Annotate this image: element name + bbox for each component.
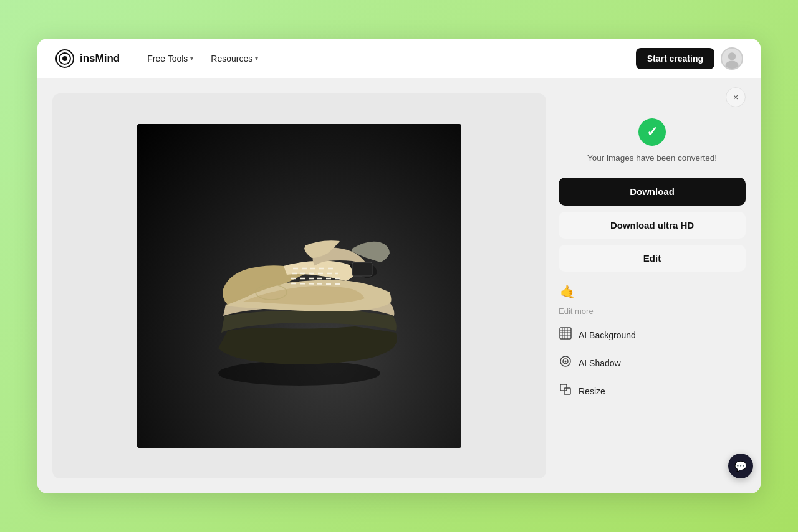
shoe-svg (168, 168, 430, 404)
svg-point-2 (62, 56, 67, 61)
product-image-container (137, 124, 461, 448)
resize-icon (559, 383, 572, 399)
svg-point-5 (218, 361, 380, 386)
nav-actions: Start creating (636, 47, 743, 70)
free-tools-label: Free Tools (147, 54, 188, 64)
svg-rect-10 (352, 262, 372, 276)
hand-icon: 🤙 (560, 284, 575, 299)
main-area: × ✓ Your images have been converted! Dow… (37, 78, 761, 493)
ai-shadow-icon (559, 355, 572, 371)
nav-free-tools[interactable]: Free Tools ▾ (140, 50, 201, 67)
svg-rect-23 (564, 388, 570, 394)
resize-item[interactable]: Resize (559, 379, 746, 402)
shoe-image (137, 124, 461, 448)
chevron-down-icon: ▾ (255, 55, 258, 62)
resources-label: Resources (211, 54, 252, 64)
start-creating-button[interactable]: Start creating (636, 48, 714, 69)
close-icon: × (733, 92, 738, 102)
avatar[interactable] (721, 47, 743, 70)
edit-more-section: Edit more AI Background (559, 306, 746, 402)
chat-widget[interactable]: 💬 (728, 454, 753, 478)
success-section: ✓ Your images have been converted! (559, 118, 746, 163)
hand-icon-area: 🤙 (560, 284, 746, 299)
success-message: Your images have been converted! (587, 153, 717, 163)
success-icon: ✓ (638, 118, 666, 146)
svg-rect-22 (560, 384, 567, 391)
logo-icon (55, 49, 75, 69)
ai-shadow-item[interactable]: AI Shadow (559, 351, 746, 374)
checkmark-icon: ✓ (647, 125, 658, 139)
logo-text: insMind (80, 52, 120, 65)
logo-area: insMind (55, 49, 120, 69)
edit-more-label: Edit more (559, 306, 746, 316)
svg-point-21 (565, 361, 567, 363)
chevron-down-icon: ▾ (190, 55, 193, 62)
avatar-icon (722, 47, 742, 70)
chat-icon: 💬 (734, 460, 747, 472)
download-button[interactable]: Download (559, 178, 746, 206)
right-panel: × ✓ Your images have been converted! Dow… (546, 93, 746, 478)
close-button[interactable]: × (726, 87, 746, 107)
ai-background-label: AI Background (579, 330, 636, 340)
svg-rect-12 (560, 328, 571, 339)
app-window: insMind Free Tools ▾ Resources ▾ Start c… (37, 39, 761, 493)
navbar: insMind Free Tools ▾ Resources ▾ Start c… (37, 39, 761, 78)
download-hd-button[interactable]: Download ultra HD (559, 212, 746, 239)
svg-point-3 (728, 52, 736, 60)
svg-point-4 (725, 60, 738, 69)
action-buttons: Download Download ultra HD Edit (559, 178, 746, 272)
resize-label: Resize (579, 386, 605, 396)
ai-shadow-label: AI Shadow (579, 358, 621, 368)
ai-background-item[interactable]: AI Background (559, 323, 746, 346)
image-panel (52, 93, 546, 478)
edit-button[interactable]: Edit (559, 245, 746, 272)
nav-links: Free Tools ▾ Resources ▾ (140, 50, 636, 67)
nav-resources[interactable]: Resources ▾ (203, 50, 266, 67)
ai-background-icon (559, 327, 572, 343)
